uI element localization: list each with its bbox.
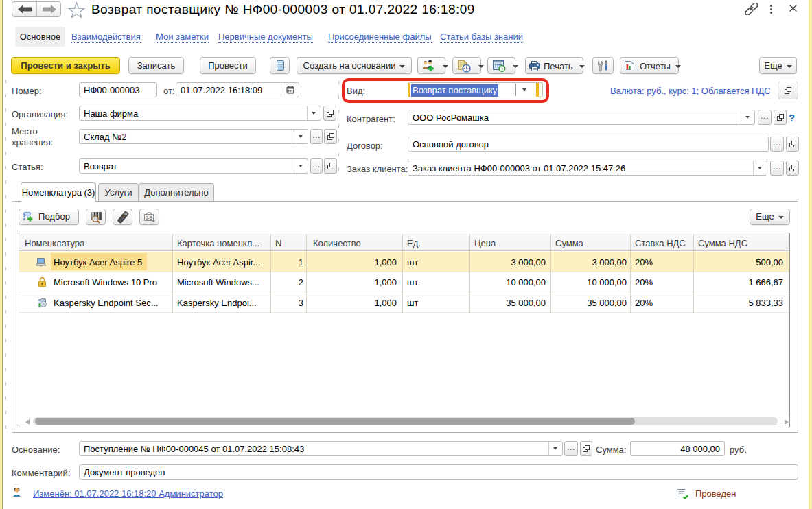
svg-text:0-9: 0-9 xyxy=(146,215,152,220)
